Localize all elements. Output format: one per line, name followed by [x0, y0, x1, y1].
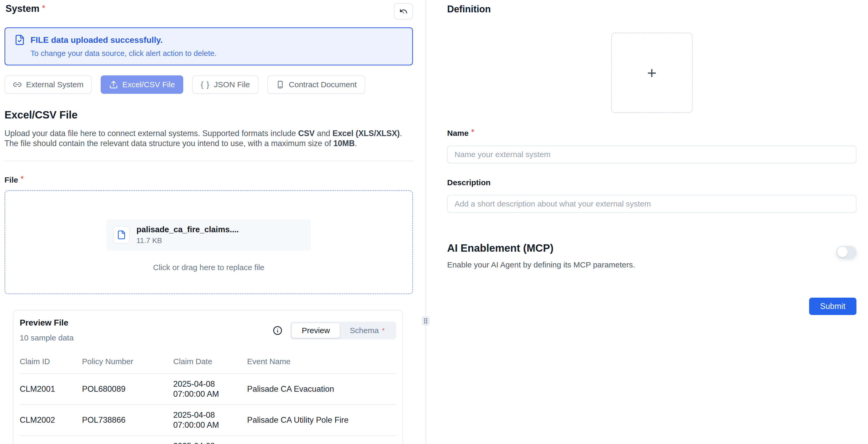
file-icon-box	[113, 226, 130, 244]
table-row: CLM2002POL7388662025-04-0807:00:00 AMPal…	[20, 405, 396, 436]
preview-schema-segmented: Preview Schema *	[290, 322, 396, 340]
cell-claim-id: CLM2001	[20, 374, 82, 405]
upload-icon	[109, 80, 118, 89]
preview-table: Claim ID Policy Number Claim Date Event …	[20, 357, 396, 444]
page-title-text: System	[5, 3, 39, 14]
preview-header: Preview File 10 sample data Preview	[20, 318, 396, 342]
mcp-subtitle: Enable your AI Agent by defining its MCP…	[447, 260, 635, 269]
segment-preview[interactable]: Preview	[292, 323, 340, 338]
cell-claim-id: CLM2002	[20, 405, 82, 436]
cell-claim-date: 2025-04-0807:00:00 AM	[173, 374, 247, 405]
required-asterisk: *	[42, 4, 45, 12]
alert-title-row: FILE data uploaded successfully.	[14, 34, 404, 45]
required-asterisk: *	[471, 128, 474, 136]
definition-title: Definition	[447, 4, 857, 15]
info-button[interactable]	[273, 326, 282, 335]
undo-icon	[399, 7, 408, 15]
table-header-row: Claim ID Policy Number Claim Date Event …	[20, 357, 396, 374]
file-dropzone[interactable]: palisade_ca_fire_claims.... 11.7 KB Clic…	[4, 190, 413, 294]
segment-schema-label: Schema	[350, 326, 379, 335]
column-claim-id: Claim ID	[20, 357, 82, 374]
mcp-toggle[interactable]	[836, 246, 857, 258]
column-claim-date: Claim Date	[173, 357, 247, 374]
preview-table-body: CLM2001POL6800892025-04-0807:00:00 AMPal…	[20, 374, 396, 444]
mcp-section: AI Enablement (MCP) Enable your AI Agent…	[447, 242, 857, 269]
system-panel: System* FILE data uploaded successfully.…	[0, 0, 425, 444]
required-asterisk: *	[21, 175, 24, 183]
segment-schema[interactable]: Schema *	[340, 323, 395, 338]
file-check-icon	[14, 34, 25, 45]
file-meta: palisade_ca_fire_claims.... 11.7 KB	[136, 225, 239, 245]
tab-label: JSON File	[214, 80, 250, 89]
tab-external-system[interactable]: External System	[4, 75, 92, 94]
description-input[interactable]	[447, 195, 857, 213]
file-name: palisade_ca_fire_claims....	[136, 225, 239, 234]
name-field-label: Name*	[447, 128, 857, 138]
tab-excel-csv-file[interactable]: Excel/CSV File	[101, 75, 183, 94]
name-input[interactable]	[447, 146, 857, 163]
cell-event-name: Palisade CA Evacuation	[247, 374, 396, 405]
column-event-name: Event Name	[247, 357, 396, 374]
page-title: System*	[5, 3, 45, 14]
cell-event-name: Palisade California Wildfire	[247, 436, 396, 444]
mcp-title: AI Enablement (MCP)	[447, 242, 635, 254]
cell-claim-date: 2025-04-0807:00:00 AM	[173, 405, 247, 436]
cell-claim-date: 2025-04-0807:00:00 AM	[173, 436, 247, 444]
required-asterisk: *	[382, 326, 384, 335]
info-icon	[273, 326, 282, 335]
table-row: CLM2003POL7628692025-04-0807:00:00 AMPal…	[20, 436, 396, 444]
submit-button[interactable]: Submit	[809, 298, 857, 315]
file-icon	[117, 230, 126, 240]
alert-title: FILE data uploaded successfully.	[30, 35, 163, 45]
braces-icon: { }	[200, 80, 210, 89]
mcp-text-block: AI Enablement (MCP) Enable your AI Agent…	[447, 242, 635, 269]
preview-controls: Preview Schema *	[273, 322, 396, 340]
contract-document-icon	[276, 80, 285, 89]
column-policy-number: Policy Number	[82, 357, 173, 374]
panel-header: System*	[4, 3, 413, 20]
section-divider	[4, 161, 413, 161]
undo-button[interactable]	[394, 3, 413, 20]
toggle-knob	[837, 247, 848, 257]
dropzone-hint: Click or drag here to replace file	[153, 263, 265, 272]
upload-success-alert[interactable]: FILE data uploaded successfully. To chan…	[4, 27, 413, 65]
cell-claim-id: CLM2003	[20, 436, 82, 444]
cell-policy-number: POL680089	[82, 374, 173, 405]
section-heading: Excel/CSV File	[4, 109, 413, 121]
preview-title-block: Preview File 10 sample data	[20, 318, 73, 342]
section-description: Upload your data file here to connect ex…	[4, 128, 407, 148]
preview-title: Preview File	[20, 318, 73, 328]
preview-subtitle: 10 sample data	[20, 334, 73, 342]
cell-policy-number: POL738866	[82, 405, 173, 436]
tab-label: Contract Document	[289, 80, 357, 89]
table-row: CLM2001POL6800892025-04-0807:00:00 AMPal…	[20, 374, 396, 405]
definition-panel: Definition + Name* Description AI Enable…	[426, 0, 868, 444]
tab-label: Excel/CSV File	[122, 80, 175, 89]
cell-event-name: Palisade CA Utility Pole Fire	[247, 405, 396, 436]
file-field-label: File*	[4, 175, 413, 184]
cell-policy-number: POL762869	[82, 436, 173, 444]
tab-contract-document[interactable]: Contract Document	[267, 75, 365, 94]
alert-subtitle: To change your data source, click alert …	[30, 49, 404, 58]
link-icon	[13, 80, 22, 89]
source-type-tabs: External System Excel/CSV File { } JSON …	[4, 75, 413, 94]
submit-row: Submit	[447, 298, 857, 315]
file-size: 11.7 KB	[136, 236, 239, 245]
description-field-label: Description	[447, 178, 857, 187]
segment-preview-label: Preview	[302, 326, 330, 335]
plus-icon: +	[647, 65, 656, 81]
tab-json-file[interactable]: { } JSON File	[192, 75, 258, 94]
tab-label: External System	[26, 80, 83, 89]
preview-file-card: Preview File 10 sample data Preview	[13, 310, 403, 444]
uploaded-file-chip[interactable]: palisade_ca_fire_claims.... 11.7 KB	[106, 219, 311, 250]
add-icon-dropzone[interactable]: +	[611, 33, 693, 113]
app-root: System* FILE data uploaded successfully.…	[0, 0, 868, 444]
